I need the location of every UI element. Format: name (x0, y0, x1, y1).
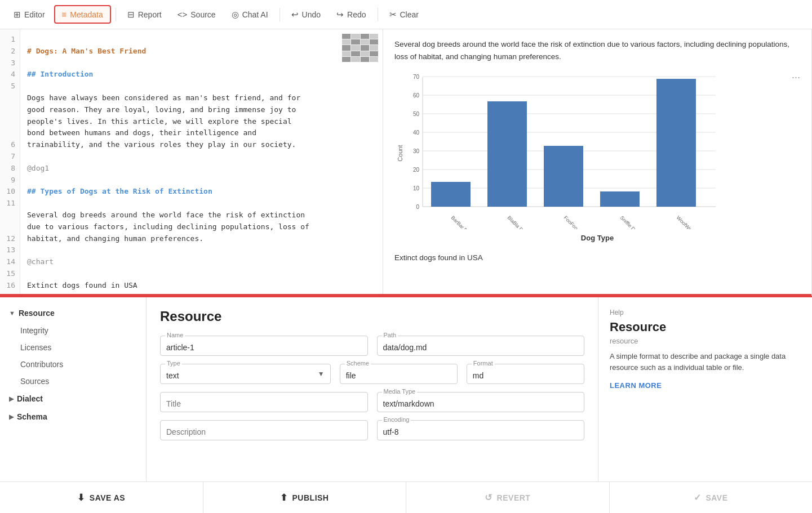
preview-panel: Several dog breeds around the world face… (383, 29, 812, 296)
svg-text:30: 30 (413, 148, 420, 154)
nav-report-label: Report (138, 10, 162, 19)
editor-text[interactable]: # Dogs: A Man's Best Friend ## Introduct… (20, 29, 338, 296)
revert-button[interactable]: ↺ REVERT (406, 482, 610, 513)
resource-form: Resource Name Path Type text tabular res… (147, 297, 598, 481)
undo-icon: ↩ (291, 10, 299, 20)
name-label: Name (165, 332, 185, 338)
format-label: Format (472, 360, 495, 367)
nav-source[interactable]: <> Source (171, 6, 223, 23)
main-area: 1234 5 6789 1011 1213141516 # Dogs: A Ma… (0, 29, 812, 296)
title-field (160, 392, 368, 412)
redo-icon: ↪ (336, 10, 344, 20)
nav-separator (116, 8, 116, 21)
svg-text:FooFoo Dog: FooFoo Dog (563, 215, 587, 230)
bottom-bar: ⬇ SAVE AS ⬆ PUBLISH ↺ REVERT ✓ SAVE (0, 481, 812, 513)
help-title: Resource (610, 320, 801, 334)
publish-icon: ⬆ (280, 492, 288, 503)
sidebar-item-licenses[interactable]: Licenses (0, 339, 146, 356)
encoding-label: Encoding (382, 416, 411, 423)
description-input[interactable] (166, 425, 362, 436)
nav-separator-3 (378, 8, 378, 21)
learn-more-link[interactable]: LEARN MORE (610, 381, 662, 390)
sidebar-item-integrity[interactable]: Integrity (0, 322, 146, 339)
editor-panel: 1234 5 6789 1011 1213141516 # Dogs: A Ma… (0, 29, 383, 296)
svg-text:70: 70 (413, 74, 420, 80)
nav-undo-label: Undo (302, 10, 321, 19)
nav-metadata-label: Metadata (70, 10, 103, 19)
save-button[interactable]: ✓ SAVE (610, 482, 813, 513)
format-input[interactable] (473, 369, 578, 380)
sidebar-resource-label: Resource (19, 309, 55, 318)
nav-report[interactable]: ⊟ Report (121, 6, 168, 23)
svg-text:50: 50 (413, 111, 420, 117)
nav-metadata[interactable]: ≡ Metadata (54, 5, 111, 24)
bar-sniffle (600, 191, 640, 207)
chart-container: ··· Count 0 10 20 30 40 (394, 72, 800, 242)
save-label: SAVE (705, 493, 727, 502)
nav-redo-label: Redo (347, 10, 366, 19)
chat-ai-icon: ◎ (232, 10, 239, 20)
svg-text:10: 10 (413, 185, 420, 191)
form-row-name-path: Name Path (160, 336, 584, 356)
editor-icon: ⊞ (14, 10, 21, 20)
source-icon: <> (178, 10, 188, 19)
line-numbers: 1234 5 6789 1011 1213141516 (0, 29, 20, 296)
bar-woofwoof (656, 79, 696, 207)
nav-undo[interactable]: ↩ Undo (285, 6, 327, 23)
form-title: Resource (160, 309, 584, 324)
sidebar-section-resource[interactable]: ▼ Resource (0, 304, 146, 322)
media-type-input[interactable] (383, 397, 579, 408)
sidebar-section-schema[interactable]: ▶ Schema (0, 408, 146, 426)
report-icon: ⊟ (127, 10, 135, 20)
revert-icon: ↺ (485, 492, 492, 503)
nav-redo[interactable]: ↪ Redo (330, 6, 372, 23)
media-type-field: Media Type (377, 392, 585, 412)
help-panel: Help Resource resource A simple format t… (598, 297, 812, 481)
chevron-right-icon: ▶ (9, 395, 14, 403)
svg-text:Sniffle Dog: Sniffle Dog (619, 215, 641, 230)
svg-text:60: 60 (413, 92, 420, 99)
type-field: Type text tabular resource ▼ (160, 364, 331, 384)
publish-button[interactable]: ⬆ PUBLISH (203, 482, 407, 513)
metadata-sidebar: ▼ Resource Integrity Licenses Contributo… (0, 297, 147, 481)
path-input[interactable] (383, 341, 579, 352)
scheme-field: Scheme (340, 364, 458, 384)
save-as-button[interactable]: ⬇ SAVE AS (0, 482, 203, 513)
svg-text:Count: Count (397, 145, 403, 162)
sidebar-schema-label: Schema (17, 412, 47, 421)
svg-text:20: 20 (413, 167, 420, 173)
nav-editor[interactable]: ⊞ Editor (7, 6, 52, 23)
nav-clear[interactable]: ✂ Clear (383, 6, 425, 23)
scheme-input[interactable] (346, 369, 451, 380)
description-field (160, 420, 368, 440)
editor-thumbnail (338, 29, 383, 296)
nav-chat-ai-label: Chat AI (242, 10, 268, 19)
sidebar-item-sources[interactable]: Sources (0, 373, 146, 390)
chart-more-icon[interactable]: ··· (792, 72, 800, 83)
thumbnail-image (342, 34, 378, 62)
nav-chat-ai[interactable]: ◎ Chat AI (225, 6, 275, 23)
title-input[interactable] (166, 397, 362, 408)
scheme-label: Scheme (345, 360, 371, 367)
sidebar-item-contributors[interactable]: Contributors (0, 356, 146, 373)
nav-separator-2 (279, 8, 280, 21)
sidebar-section-dialect[interactable]: ▶ Dialect (0, 390, 146, 408)
name-field: Name (160, 336, 368, 356)
encoding-input[interactable] (383, 425, 579, 436)
save-icon: ✓ (694, 492, 702, 503)
sidebar-sources-label: Sources (20, 377, 49, 386)
top-nav: ⊞ Editor ≡ Metadata ⊟ Report <> Source ◎… (0, 0, 812, 29)
editor-content[interactable]: 1234 5 6789 1011 1213141516 # Dogs: A Ma… (0, 29, 383, 296)
name-input[interactable] (166, 341, 362, 352)
help-subtitle: resource (610, 337, 801, 345)
clear-icon: ✂ (389, 10, 397, 20)
nav-clear-label: Clear (400, 10, 419, 19)
bar-barbar (431, 182, 471, 207)
type-label: Type (165, 360, 182, 367)
chevron-down-icon: ▼ (9, 310, 15, 316)
sidebar-licenses-label: Licenses (20, 343, 51, 352)
revert-label: REVERT (497, 493, 531, 502)
svg-text:BlaBla Dog: BlaBla Dog (507, 215, 529, 230)
type-select[interactable]: text tabular resource (166, 369, 325, 380)
path-field: Path (377, 336, 585, 356)
